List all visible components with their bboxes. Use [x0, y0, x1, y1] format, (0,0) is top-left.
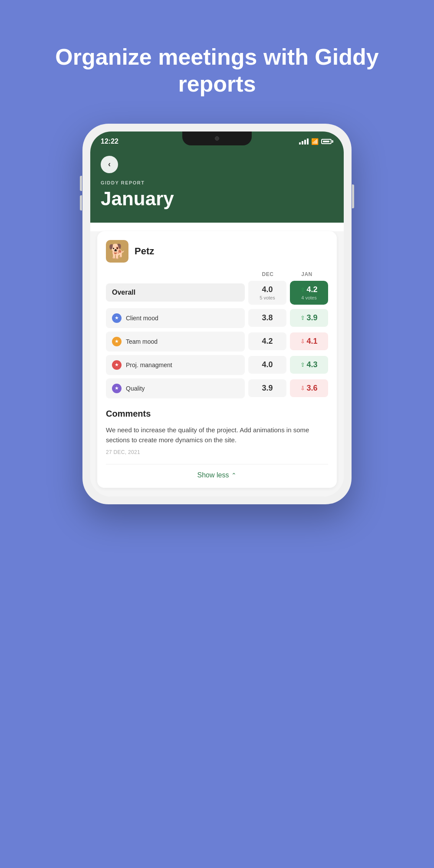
proj-mgmt-icon: ★ [112, 360, 122, 370]
app-content: 🐕 Petz DEC JAN Overall 4.0 5 vote [90, 231, 344, 497]
hero-title: Organize meetings with Giddy reports [0, 43, 434, 98]
comment-date: 27 DEC, 2021 [106, 449, 328, 455]
overall-label: Overall [112, 289, 135, 296]
chevron-up-icon: ⌃ [231, 472, 237, 479]
show-less-label: Show less [197, 471, 229, 479]
arrow-down-icon: ⇩ [300, 338, 305, 345]
volume-down-button [80, 195, 82, 210]
overall-dec-votes: 5 votes [252, 295, 283, 300]
overall-jan-votes: 4 votes [293, 295, 325, 300]
client-mood-jan-value: 3.9 [306, 313, 317, 322]
company-row: 🐕 Petz [106, 240, 328, 263]
team-mood-jan-cell: ⇩ 4.1 [290, 332, 328, 350]
metric-row-client-mood: ★ Client mood 3.8 ⇧ 3.9 [106, 308, 328, 328]
team-mood-label: Team mood [126, 338, 158, 345]
app-header: ‹ GIDDY REPORT January [90, 149, 344, 223]
overall-jan-value-row: ⇧ 4.2 [293, 285, 325, 294]
quality-icon: ★ [112, 384, 122, 393]
company-name: Petz [135, 246, 154, 257]
client-mood-label-cell: ★ Client mood [106, 308, 245, 328]
team-mood-dec-value: 4.2 [262, 337, 273, 345]
quality-dec-cell: 3.9 [248, 379, 286, 397]
proj-mgmt-jan-value: 4.3 [306, 360, 317, 369]
quality-jan-value: 3.6 [306, 384, 317, 393]
comments-section: Comments We need to increase the quality… [106, 409, 328, 456]
quality-dec-value: 3.9 [262, 384, 273, 392]
overall-jan-cell: ⇧ 4.2 4 votes [290, 281, 328, 305]
report-title: January [101, 188, 333, 210]
metrics-header: DEC JAN [106, 271, 328, 277]
client-mood-dec-value: 3.8 [262, 313, 273, 322]
team-mood-label-cell: ★ Team mood [106, 332, 245, 352]
wifi-icon: 📶 [311, 138, 319, 145]
team-mood-dec-cell: 4.2 [248, 332, 286, 350]
client-mood-icon: ★ [112, 313, 122, 323]
volume-up-button [80, 176, 82, 191]
comments-title: Comments [106, 409, 328, 419]
arrow-up-icon: ⇧ [300, 362, 305, 368]
team-mood-icon: ★ [112, 337, 122, 346]
status-bar: 12:22 📶 [90, 132, 344, 149]
status-icons: 📶 [299, 138, 333, 145]
proj-mgmt-dec-cell: 4.0 [248, 356, 286, 374]
back-icon: ‹ [108, 160, 111, 169]
metrics-card: 🐕 Petz DEC JAN Overall 4.0 5 vote [97, 231, 337, 488]
arrow-up-icon: ⇧ [300, 315, 305, 321]
report-label: GIDDY REPORT [101, 180, 333, 185]
quality-label: Quality [126, 385, 145, 392]
notch [182, 132, 252, 145]
metric-row-quality: ★ Quality 3.9 ⇩ 3.6 [106, 378, 328, 398]
proj-mgmt-label: Proj. managment [126, 362, 172, 368]
col-jan: JAN [287, 271, 326, 277]
camera [215, 136, 219, 141]
status-time: 12:22 [101, 138, 118, 145]
power-button [352, 184, 354, 208]
overall-jan-value: 4.2 [306, 285, 317, 294]
client-mood-jan-cell: ⇧ 3.9 [290, 309, 328, 327]
metric-row-proj-mgmt: ★ Proj. managment 4.0 ⇧ 4.3 [106, 355, 328, 375]
col-dec: DEC [248, 271, 287, 277]
quality-jan-cell: ⇩ 3.6 [290, 379, 328, 397]
comment-text: We need to increase the quality of the p… [106, 425, 328, 445]
client-mood-dec-cell: 3.8 [248, 309, 286, 327]
arrow-up-icon: ⇧ [300, 286, 305, 293]
metric-row-team-mood: ★ Team mood 4.2 ⇩ 4.1 [106, 332, 328, 352]
overall-dec-value: 4.0 [252, 285, 283, 294]
company-avatar: 🐕 [106, 240, 128, 263]
proj-mgmt-label-cell: ★ Proj. managment [106, 355, 245, 375]
arrow-down-icon: ⇩ [300, 385, 305, 391]
quality-label-cell: ★ Quality [106, 378, 245, 398]
metric-row-overall: Overall 4.0 5 votes ⇧ 4.2 4 votes [106, 281, 328, 305]
dog-icon: 🐕 [108, 244, 126, 258]
signal-icon [299, 138, 309, 145]
overall-dec-cell: 4.0 5 votes [248, 281, 286, 305]
phone-mockup: 12:22 📶 [82, 124, 352, 505]
overall-label-cell: Overall [106, 283, 245, 302]
proj-mgmt-dec-value: 4.0 [262, 360, 273, 369]
battery-icon [321, 139, 333, 144]
show-less-button[interactable]: Show less ⌃ [106, 464, 328, 479]
client-mood-label: Client mood [126, 315, 158, 322]
proj-mgmt-jan-cell: ⇧ 4.3 [290, 356, 328, 374]
team-mood-jan-value: 4.1 [306, 337, 317, 346]
back-button[interactable]: ‹ [101, 156, 118, 173]
